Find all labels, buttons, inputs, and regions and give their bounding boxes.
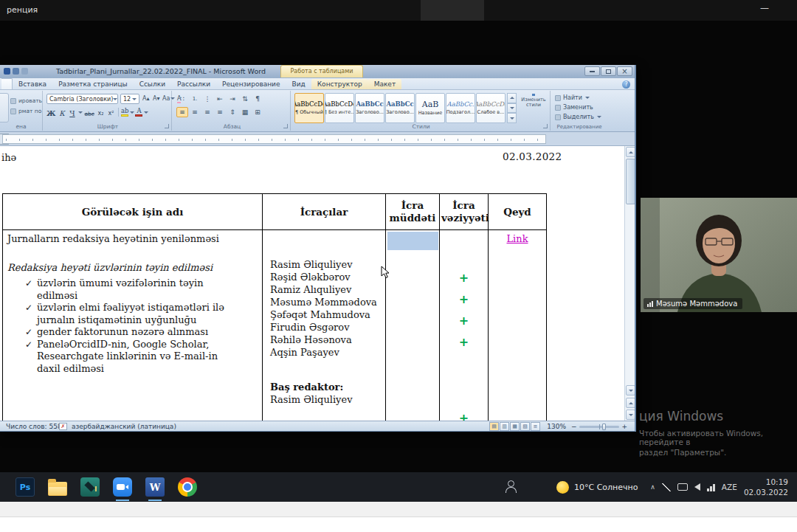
shading-button[interactable] [239,107,251,117]
quick-access-toolbar[interactable] [4,68,28,75]
style-heading1[interactable]: AaBbCc Заголово... [355,93,384,123]
bullets-button[interactable] [176,94,188,104]
touch-keyboard-icon[interactable] [677,483,688,491]
network-icon[interactable] [707,483,715,491]
tab-insert[interactable]: Вставка [13,79,52,89]
volume-icon[interactable] [694,483,700,491]
language-indicator[interactable]: AZE [722,483,737,491]
previous-page-icon[interactable] [626,398,635,408]
web-layout-view-icon[interactable] [510,422,520,431]
change-case-button[interactable]: Aa [162,95,175,102]
word-count[interactable]: Число слов: 558 [6,423,62,430]
paste-button[interactable] [0,93,9,122]
style-no-spacing[interactable]: AaBbCcDc ¶ Без инте... [325,93,354,123]
conference-toolbar-segment[interactable] [421,0,484,21]
copy-button[interactable]: ировать [10,97,42,104]
align-left-button[interactable] [176,107,188,117]
scroll-down-icon[interactable] [626,385,635,395]
italic-button[interactable]: К [57,107,66,117]
underline-button[interactable]: Ч [67,107,77,117]
style-title[interactable]: AaB Название [415,93,445,123]
save-icon[interactable] [13,68,19,75]
increase-indent-button[interactable] [227,94,238,104]
line-spacing-button[interactable] [227,107,238,117]
font-size-select[interactable]: 12 [120,94,139,104]
multilevel-list-button[interactable] [201,94,213,104]
outline-view-icon[interactable] [520,422,530,431]
replace-button[interactable]: Заменить [555,104,593,111]
align-right-button[interactable] [201,107,213,117]
document-page[interactable]: ihə 02.03.2022 Görüləcək işin adı İcraçı… [0,146,624,421]
tab-table-design[interactable]: Конструктор [311,79,368,89]
language-status[interactable]: азербайджанский (латиница) [72,423,176,430]
people-icon[interactable] [503,480,518,494]
word-titlebar[interactable]: Tadbirlar_Plani_Jurnallar_22.02.2022_FIN… [0,65,635,78]
tab-view[interactable]: Вид [286,79,311,89]
undo-icon[interactable] [21,68,28,75]
task-cell[interactable]: Jurnalların redaksiya heyətinin yenilənm… [3,230,263,421]
font-name-select[interactable]: Cambria (Заголовки) [46,94,118,104]
taskbar-word[interactable]: W [139,472,171,502]
deadline-cell[interactable] [386,230,440,421]
tab-table-layout[interactable]: Макет [368,79,402,89]
styles-dialog-launcher-icon[interactable] [543,124,548,128]
highlight-color-button[interactable]: ab [121,108,129,117]
close-window-icon[interactable] [617,66,632,76]
tab-review[interactable]: Рецензирование [216,79,286,89]
scroll-up-icon[interactable] [626,147,635,157]
strikethrough-button[interactable]: abc [83,107,94,117]
restore-window-icon[interactable] [601,66,616,76]
sort-button[interactable] [239,94,251,104]
minimize-window-icon[interactable] [584,66,600,76]
align-center-button[interactable] [189,107,201,117]
help-icon[interactable] [622,80,630,89]
print-layout-view-icon[interactable] [489,422,499,431]
format-painter-button[interactable]: рмат по образцу [10,108,42,114]
note-cell[interactable]: Link [489,230,547,421]
justify-button[interactable] [214,107,226,117]
bold-button[interactable]: Ж [46,107,56,117]
pen-icon[interactable] [662,483,671,491]
tab-page-layout[interactable]: Разметка страницы [52,79,134,89]
font-color-options-icon[interactable] [144,111,148,114]
status-cell[interactable]: + + + + + [440,230,489,421]
change-styles-button[interactable]: Изменить стили [518,94,549,108]
numbering-button[interactable] [189,94,201,104]
minimize-icon[interactable]: — [760,3,769,13]
zoom-track[interactable] [579,426,620,428]
font-dialog-launcher-icon[interactable] [165,124,169,128]
decrease-indent-button[interactable] [214,94,226,104]
font-color-button[interactable]: A [135,108,142,117]
borders-button[interactable] [252,107,263,117]
tab-mailings[interactable]: Рассылки [171,79,216,89]
next-page-icon[interactable] [626,410,635,420]
window-controls[interactable] [584,66,632,76]
styles-scroll-up-icon[interactable] [507,93,517,103]
taskbar-video-app[interactable] [106,472,139,502]
tab-home-cut[interactable] [1,78,13,89]
chevron-up-icon[interactable] [650,483,655,491]
styles-scroll-down-icon[interactable] [507,103,517,114]
taskbar-clock[interactable]: 10:19 02.03.2022 [744,477,788,497]
show-marks-button[interactable] [252,94,263,104]
superscript-button[interactable]: x² [106,107,116,117]
taskbar-education-app[interactable] [74,472,106,502]
scrollbar-thumb[interactable] [626,159,635,204]
plan-table[interactable]: Görüləcək işin adı İcraçılar İcra müddət… [2,193,547,421]
tab-references[interactable]: Ссылки [134,79,171,89]
taskbar-file-explorer[interactable] [41,472,74,502]
paragraph-dialog-launcher-icon[interactable] [283,124,288,128]
draft-view-icon[interactable] [531,422,540,431]
grow-font-button[interactable] [142,95,150,102]
select-button[interactable]: Выделить [555,114,601,120]
executors-cell[interactable]: Rasim Əliquliyev Rəşid Ələkbərov Ramiz A… [263,230,386,421]
style-subtitle[interactable]: AaBbCc. Подзагол... [446,93,475,123]
taskbar-weather[interactable]: 10°C Солнечно [556,472,638,502]
style-subtle-emphasis[interactable]: AaBbCcDc Слабое в... [476,93,506,123]
horizontal-ruler[interactable] [0,132,635,146]
taskbar-chrome[interactable] [171,472,204,502]
underline-options-icon[interactable] [78,111,83,114]
webcam-video-tile[interactable]: Məsumə Məmmədova [641,198,797,312]
zoom-out-icon[interactable]: − [571,423,577,430]
subscript-button[interactable]: x₂ [96,107,106,117]
